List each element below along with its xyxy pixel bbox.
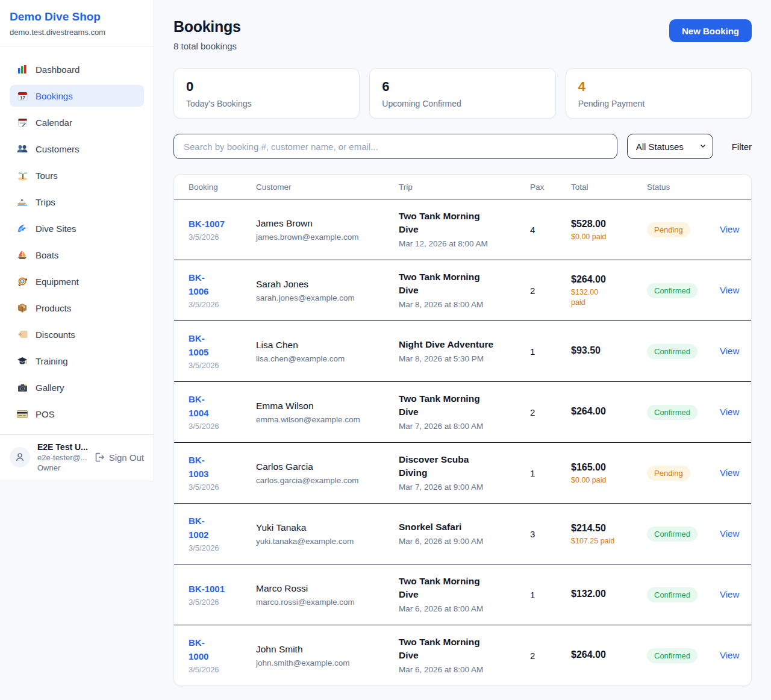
booking-cell: BK-1001 3/5/2026 <box>189 582 256 608</box>
customer-email: carlos.garcia@example.com <box>256 475 392 486</box>
table-row: BK-1001 3/5/2026 Marco Rossi marco.rossi… <box>174 564 751 625</box>
view-link[interactable]: View <box>720 407 739 417</box>
status-cell: Confirmed <box>647 405 720 420</box>
bookings-table: Booking Customer Trip Pax Total Status B… <box>173 174 752 686</box>
view-link[interactable]: View <box>720 528 739 539</box>
sidebar-item-products[interactable]: Products <box>10 297 144 319</box>
col-header-customer: Customer <box>256 183 399 192</box>
view-link[interactable]: View <box>720 285 739 295</box>
sidebar-item-tours[interactable]: Tours <box>10 164 144 186</box>
sign-out-button[interactable]: Sign Out <box>95 452 144 463</box>
page-header: Bookings 8 total bookings New Booking <box>173 18 752 51</box>
booking-cell: BK- 1000 3/5/2026 <box>189 636 256 675</box>
sidebar-item-discounts[interactable]: Discounts <box>10 323 144 345</box>
customer-email: lisa.chen@example.com <box>256 354 392 364</box>
trip-cell: Discover Scuba Diving Mar 7, 2026 at 9:0… <box>399 453 530 493</box>
sidebar-item-training[interactable]: Training <box>10 350 144 372</box>
trip-date: Mar 7, 2026 at 8:00 AM <box>399 420 523 432</box>
trip-name: Two Tank Morning Dive <box>399 392 523 419</box>
booking-date: 3/5/2026 <box>189 482 249 493</box>
filter-button[interactable]: Filter <box>732 142 752 152</box>
col-header-trip: Trip <box>399 183 530 192</box>
sidebar-item-gallery[interactable]: Gallery <box>10 377 144 398</box>
booking-id-link[interactable]: BK-1007 <box>189 217 225 231</box>
booking-id-link[interactable]: BK- 1003 <box>189 453 208 481</box>
table-row: BK- 1004 3/5/2026 Emma Wilson emma.wilso… <box>174 382 751 443</box>
bar-chart-icon <box>17 64 28 75</box>
total-cell: $93.50 <box>571 344 647 358</box>
sidebar-item-trips[interactable]: Trips <box>10 191 144 213</box>
credit-card-icon <box>17 408 28 419</box>
total-amount: $93.50 <box>571 344 640 357</box>
booking-id-link[interactable]: BK- 1000 <box>189 636 208 663</box>
trip-date: Mar 6, 2026 at 8:00 AM <box>399 664 523 675</box>
total-amount: $264.00 <box>571 405 640 417</box>
sailboat-icon <box>17 249 28 260</box>
trip-cell: Night Dive Adventure Mar 8, 2026 at 5:30… <box>399 338 530 364</box>
total-cell: $132.00 <box>571 587 647 602</box>
shop-domain: demo.test.divestreams.com <box>10 28 144 37</box>
status-badge: Confirmed <box>647 587 698 602</box>
sidebar-item-dashboard[interactable]: Dashboard <box>10 58 144 80</box>
actions-cell: View <box>720 467 746 478</box>
customer-name: John Smith <box>256 643 392 655</box>
tag-icon <box>17 329 28 340</box>
island-icon <box>17 170 28 181</box>
col-header-pax: Pax <box>530 183 571 192</box>
stat-label: Today's Bookings <box>186 99 347 108</box>
sidebar-item-pos[interactable]: POS <box>10 403 144 425</box>
actions-cell: View <box>720 528 746 539</box>
booking-id-link[interactable]: BK- 1002 <box>189 514 208 542</box>
trip-date: Mar 8, 2026 at 8:00 AM <box>399 299 523 310</box>
total-amount: $264.00 <box>571 648 640 661</box>
customer-name: James Brown <box>256 217 392 230</box>
trip-name: Two Tank Morning Dive <box>399 636 523 662</box>
sidebar-item-calendar[interactable]: Calendar <box>10 111 144 133</box>
table-row: BK- 1000 3/5/2026 John Smith john.smith@… <box>174 625 751 686</box>
view-link[interactable]: View <box>720 589 739 599</box>
customer-email: emma.wilson@example.com <box>256 414 392 425</box>
view-link[interactable]: View <box>720 467 739 478</box>
customer-cell: Carlos Garcia carlos.garcia@example.com <box>256 460 399 486</box>
status-select[interactable]: All Statuses <box>627 134 713 159</box>
actions-cell: View <box>720 346 746 357</box>
total-amount: $165.00 <box>571 461 640 473</box>
avatar <box>10 447 30 467</box>
status-badge: Pending <box>647 222 690 237</box>
trip-cell: Two Tank Morning Dive Mar 12, 2026 at 8:… <box>399 210 530 249</box>
sidebar-item-equipment[interactable]: Equipment <box>10 270 144 292</box>
sidebar-item-label: Trips <box>36 197 55 207</box>
status-cell: Confirmed <box>647 527 720 542</box>
sidebar-item-dive-sites[interactable]: Dive Sites <box>10 217 144 239</box>
sidebar-item-bookings[interactable]: 17 Bookings <box>10 85 144 107</box>
total-cell: $264.00 <box>571 648 647 663</box>
search-input[interactable] <box>173 134 617 159</box>
total-cell: $264.00 <box>571 405 647 419</box>
new-booking-button[interactable]: New Booking <box>669 19 752 42</box>
table-row: BK- 1005 3/5/2026 Lisa Chen lisa.chen@ex… <box>174 321 751 382</box>
status-cell: Pending <box>647 466 720 481</box>
view-link[interactable]: View <box>720 346 739 356</box>
page-subtitle: 8 total bookings <box>173 41 241 51</box>
status-badge: Confirmed <box>647 283 698 298</box>
customer-name: Emma Wilson <box>256 399 392 412</box>
sidebar-item-boats[interactable]: Boats <box>10 244 144 266</box>
paid-amount: $107.25 paid <box>571 536 640 546</box>
view-link[interactable]: View <box>720 650 739 660</box>
customer-name: Lisa Chen <box>256 339 392 351</box>
booking-id-link[interactable]: BK- 1004 <box>189 392 208 420</box>
col-header-total: Total <box>571 183 647 192</box>
trip-date: Mar 8, 2026 at 5:30 PM <box>399 353 523 364</box>
booking-id-link[interactable]: BK- 1006 <box>189 270 208 298</box>
main-content: Bookings 8 total bookings New Booking 0 … <box>154 0 771 686</box>
table-row: BK-1007 3/5/2026 James Brown james.brown… <box>174 199 751 260</box>
booking-id-link[interactable]: BK-1001 <box>189 582 225 596</box>
sidebar-item-customers[interactable]: Customers <box>10 138 144 160</box>
customer-cell: Lisa Chen lisa.chen@example.com <box>256 339 399 364</box>
trip-cell: Two Tank Morning Dive Mar 6, 2026 at 8:0… <box>399 636 530 675</box>
booking-date: 3/5/2026 <box>189 360 249 371</box>
stat-card-pending-payment: 4 Pending Payment <box>566 68 752 119</box>
booking-id-link[interactable]: BK- 1005 <box>189 331 208 359</box>
sidebar-header: Demo Dive Shop demo.test.divestreams.com <box>0 0 154 46</box>
view-link[interactable]: View <box>720 224 739 234</box>
